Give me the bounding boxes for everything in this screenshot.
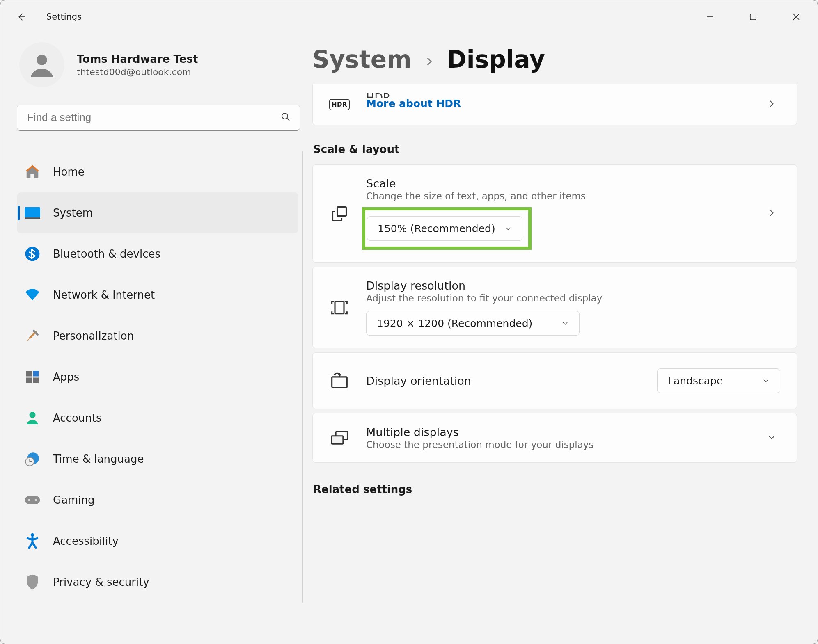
orientation-title: Display orientation (366, 375, 471, 387)
orientation-icon (329, 370, 350, 391)
svg-rect-8 (33, 371, 39, 377)
sidebar-item-accounts[interactable]: Accounts (17, 397, 298, 438)
chevron-right-icon (767, 208, 776, 219)
sidebar-item-label: Home (53, 166, 85, 178)
sidebar-item-privacy[interactable]: Privacy & security (17, 562, 298, 603)
sidebar-item-label: Network & internet (53, 289, 155, 301)
nav-list: Home System Bluetooth & devices Network … (17, 151, 303, 603)
sidebar-item-apps[interactable]: Apps (17, 356, 298, 397)
sidebar-item-accessibility[interactable]: Accessibility (17, 521, 298, 562)
chevron-down-icon (561, 320, 569, 327)
window-controls (688, 0, 818, 33)
chevron-right-icon (424, 52, 435, 71)
sidebar-item-label: System (53, 207, 93, 219)
brush-icon (24, 328, 41, 344)
scale-subtitle: Change the size of text, apps, and other… (366, 191, 751, 201)
avatar (19, 42, 64, 87)
apps-icon (24, 369, 41, 385)
svg-point-3 (282, 113, 288, 119)
scale-card[interactable]: Scale Change the size of text, apps, and… (312, 164, 797, 263)
svg-rect-9 (26, 378, 32, 384)
minimize-button[interactable] (688, 0, 731, 33)
section-related: Related settings (313, 483, 797, 496)
sidebar-item-gaming[interactable]: Gaming (17, 480, 298, 521)
person-icon (24, 410, 41, 426)
orientation-dropdown[interactable]: Landscape (657, 368, 780, 393)
svg-rect-22 (332, 436, 343, 443)
sidebar-item-system[interactable]: System (17, 192, 298, 233)
system-icon (24, 205, 41, 221)
section-scale-layout: Scale & layout (313, 143, 797, 155)
svg-rect-19 (335, 301, 344, 313)
sidebar-item-bluetooth[interactable]: Bluetooth & devices (17, 233, 298, 274)
svg-rect-4 (25, 207, 40, 217)
resolution-title: Display resolution (366, 279, 780, 292)
resolution-value: 1920 × 1200 (Recommended) (377, 317, 532, 329)
home-icon (24, 164, 41, 180)
svg-rect-1 (750, 14, 756, 20)
orientation-value: Landscape (668, 375, 723, 387)
close-button[interactable] (774, 0, 818, 33)
sidebar-item-label: Privacy & security (53, 576, 149, 588)
search-box[interactable] (17, 105, 300, 131)
back-button[interactable] (13, 9, 29, 25)
multiple-displays-card[interactable]: Multiple displays Choose the presentatio… (312, 413, 797, 463)
scale-title: Scale (366, 177, 751, 190)
user-email: thtestd00d@outlook.com (77, 67, 198, 77)
hdr-link[interactable]: More about HDR (366, 98, 751, 110)
maximize-button[interactable] (731, 0, 774, 33)
svg-rect-18 (337, 207, 346, 216)
svg-rect-5 (25, 217, 40, 219)
globe-clock-icon (24, 451, 41, 467)
svg-rect-7 (26, 371, 32, 377)
sidebar-item-time[interactable]: Time & language (17, 438, 298, 480)
sidebar-item-label: Accounts (53, 412, 102, 424)
sidebar-item-network[interactable]: Network & internet (17, 274, 298, 315)
svg-rect-10 (33, 378, 39, 384)
shield-icon (24, 574, 41, 590)
sidebar-item-label: Gaming (53, 494, 95, 506)
chevron-down-icon (767, 433, 776, 443)
multiple-title: Multiple displays (366, 426, 751, 438)
resolution-dropdown[interactable]: 1920 × 1200 (Recommended) (366, 311, 580, 336)
wifi-icon (24, 287, 41, 303)
hdr-title: HDR (366, 92, 751, 98)
sidebar-item-home[interactable]: Home (17, 151, 298, 192)
chevron-right-icon (767, 99, 776, 110)
sidebar-item-label: Personalization (53, 330, 134, 342)
search-input[interactable] (26, 111, 277, 124)
sidebar-item-label: Time & language (53, 453, 144, 465)
svg-point-11 (30, 412, 36, 418)
orientation-card: Display orientation Landscape (312, 352, 797, 409)
scale-value: 150% (Recommended) (378, 223, 495, 235)
scale-dropdown[interactable]: 150% (Recommended) (367, 216, 522, 241)
breadcrumb: System Display (312, 46, 797, 73)
scale-icon (329, 203, 350, 224)
app-title: Settings (46, 12, 82, 22)
breadcrumb-current: Display (447, 46, 545, 73)
user-name: Toms Hardware Test (77, 53, 198, 65)
hdr-card[interactable]: HDR HDR More about HDR (312, 84, 797, 125)
titlebar: Settings (0, 0, 818, 33)
chevron-down-icon (762, 377, 770, 384)
svg-rect-20 (332, 377, 347, 388)
sidebar-item-label: Apps (53, 371, 79, 383)
sidebar-item-label: Bluetooth & devices (53, 248, 160, 260)
accessibility-icon (24, 533, 41, 549)
sidebar-item-label: Accessibility (53, 535, 119, 547)
multiple-displays-icon (329, 428, 350, 448)
breadcrumb-parent[interactable]: System (312, 46, 412, 73)
resolution-subtitle: Adjust the resolution to fit your connec… (366, 293, 780, 304)
sidebar-item-personalization[interactable]: Personalization (17, 315, 298, 356)
svg-point-16 (35, 499, 37, 501)
chevron-down-icon (504, 225, 512, 232)
resolution-card: Display resolution Adjust the resolution… (312, 267, 797, 348)
bluetooth-icon (24, 246, 41, 262)
user-card[interactable]: Toms Hardware Test thtestd00d@outlook.co… (17, 42, 303, 87)
svg-point-2 (37, 55, 47, 65)
highlight-box: 150% (Recommended) (362, 207, 532, 250)
hdr-icon: HDR (329, 94, 350, 115)
svg-point-15 (28, 499, 30, 501)
search-icon (281, 112, 291, 123)
svg-rect-14 (25, 496, 40, 504)
